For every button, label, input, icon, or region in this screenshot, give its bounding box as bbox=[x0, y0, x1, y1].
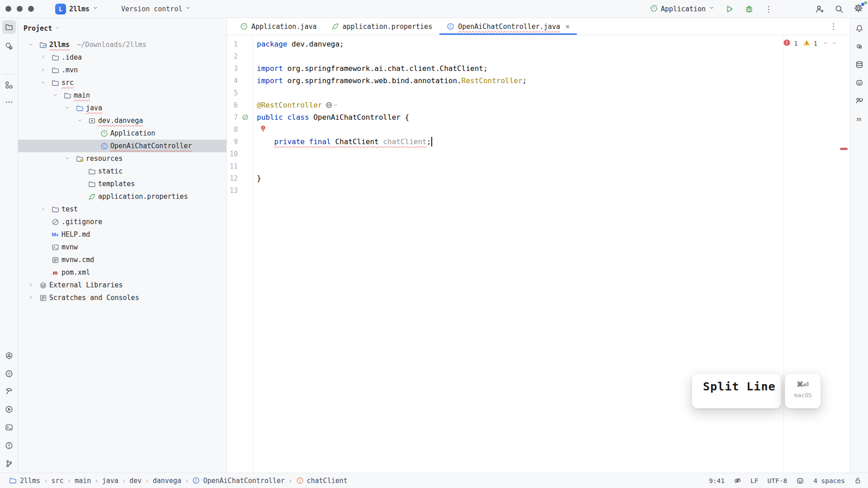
tree-item-dev-danvega[interactable]: dev.danvega bbox=[18, 114, 226, 127]
debug-button[interactable] bbox=[744, 4, 754, 14]
chat-icon[interactable] bbox=[853, 94, 866, 108]
maven-icon[interactable]: m bbox=[853, 112, 866, 126]
indent-style[interactable]: 4 spaces bbox=[813, 477, 845, 484]
chevron-down-icon[interactable] bbox=[25, 42, 37, 47]
breadcrumb-src[interactable]: src bbox=[52, 477, 64, 485]
tree-item-src[interactable]: src bbox=[18, 76, 226, 89]
url-mapping-inlay[interactable] bbox=[325, 101, 339, 109]
project-widget[interactable]: L 2llms bbox=[55, 0, 99, 18]
chevron-right-icon[interactable] bbox=[38, 55, 49, 60]
chevron-down-icon[interactable] bbox=[62, 105, 74, 111]
dots-circle-icon[interactable] bbox=[2, 367, 16, 380]
chevron-down-icon[interactable] bbox=[50, 93, 61, 98]
tab-application-java[interactable]: Application.java bbox=[233, 18, 324, 35]
chevron-down-icon[interactable] bbox=[62, 156, 74, 161]
chevron-right-icon[interactable] bbox=[38, 67, 49, 73]
tree-item-application-properties[interactable]: application.properties bbox=[18, 190, 226, 203]
chevron-right-icon[interactable] bbox=[38, 206, 49, 212]
tree-item-mvnw[interactable]: mvnw bbox=[18, 241, 226, 253]
more-icon[interactable] bbox=[2, 95, 16, 109]
chevron-right-icon[interactable] bbox=[25, 295, 37, 300]
chevron-right-icon[interactable] bbox=[25, 282, 37, 288]
terminal-window-icon[interactable] bbox=[2, 421, 16, 434]
breadcrumb-dev[interactable]: dev bbox=[129, 477, 142, 485]
breadcrumb-main[interactable]: main bbox=[75, 477, 91, 485]
field-icon: f bbox=[296, 477, 304, 484]
code-token: package bbox=[257, 40, 292, 48]
spring-bean-gutter-icon[interactable] bbox=[238, 114, 252, 121]
tree-item-openaichatcontroller[interactable]: COpenAiChatController bbox=[18, 140, 226, 152]
code-token: org.springframework.web.bind.annotation. bbox=[287, 76, 461, 85]
tree-item-application[interactable]: Application bbox=[18, 127, 226, 140]
breadcrumb-chatclient[interactable]: fchatClient bbox=[296, 477, 348, 485]
breadcrumb-danvega[interactable]: danvega bbox=[153, 477, 181, 485]
ai-assistant-icon[interactable] bbox=[853, 40, 866, 53]
bot-icon[interactable] bbox=[853, 76, 866, 89]
more-actions-button[interactable]: ⋮ bbox=[764, 4, 774, 14]
breadcrumb-label: dev bbox=[129, 477, 142, 485]
caret-position[interactable]: 9:41 bbox=[709, 477, 725, 484]
window-zoom-button[interactable] bbox=[28, 6, 34, 12]
tree-item-help-md[interactable]: MHELP.md bbox=[18, 228, 226, 241]
tree-item-scratches-and-consoles[interactable]: Scratches and Consoles bbox=[18, 291, 226, 304]
tree-item-pom-xml[interactable]: mpom.xml bbox=[18, 266, 226, 279]
code-area[interactable]: 1package dev.danvega;23import org.spring… bbox=[227, 38, 850, 197]
project-name: 2llms bbox=[69, 5, 90, 13]
chevron-down-icon[interactable] bbox=[38, 80, 49, 85]
chevron-down-icon[interactable] bbox=[74, 118, 86, 123]
add-user-icon[interactable] bbox=[815, 4, 825, 14]
file-writable-icon[interactable] bbox=[854, 477, 862, 484]
tree-item-2llms[interactable]: 2llms~/Downloads/2llms bbox=[18, 38, 226, 51]
tree-item-static[interactable]: static bbox=[18, 165, 226, 178]
tree-item--mvn[interactable]: .mvn bbox=[18, 64, 226, 76]
problems-icon[interactable] bbox=[2, 439, 16, 452]
breadcrumb-openaichatcontroller[interactable]: COpenAiChatController bbox=[192, 477, 285, 485]
version-control-widget[interactable]: Version control bbox=[121, 0, 192, 18]
build-icon[interactable] bbox=[2, 385, 16, 398]
tree-item-mvnw-cmd[interactable]: mvnw.cmd bbox=[18, 253, 226, 266]
file-encoding[interactable]: UTF-8 bbox=[768, 477, 788, 484]
error-intention-bulb-icon[interactable] bbox=[259, 125, 267, 134]
run-button[interactable] bbox=[725, 4, 735, 14]
services-icon[interactable] bbox=[2, 349, 16, 362]
tab-application-properties[interactable]: application.properties bbox=[324, 18, 440, 35]
tab-openaichatcontroller-java[interactable]: COpenAiChatController.java× bbox=[439, 18, 577, 35]
commit-icon[interactable]: ? bbox=[2, 39, 16, 53]
git-icon[interactable] bbox=[2, 457, 16, 470]
next-problem-icon[interactable] bbox=[832, 41, 837, 46]
tree-item-test[interactable]: test bbox=[18, 203, 226, 216]
run-window-icon[interactable] bbox=[2, 403, 16, 416]
editor-area[interactable]: Application.javaapplication.propertiesCO… bbox=[227, 18, 850, 473]
tree-item-resources[interactable]: resources bbox=[18, 152, 226, 165]
run-configuration-widget[interactable]: Application bbox=[650, 5, 715, 14]
close-icon[interactable]: × bbox=[566, 23, 570, 31]
breadcrumb-java[interactable]: java bbox=[102, 477, 118, 485]
tree-item--idea[interactable]: .idea bbox=[18, 51, 226, 64]
window-close-button[interactable] bbox=[5, 6, 11, 12]
previous-problem-icon[interactable] bbox=[823, 41, 829, 46]
bot-icon[interactable] bbox=[796, 477, 804, 485]
tree-item-templates[interactable]: templates bbox=[18, 178, 226, 190]
notifications-icon[interactable] bbox=[853, 22, 866, 35]
highlighting-level-icon[interactable] bbox=[734, 477, 741, 484]
project-folder-icon[interactable] bbox=[2, 20, 16, 34]
search-icon[interactable] bbox=[834, 4, 844, 14]
line-separator[interactable]: LF bbox=[750, 477, 758, 484]
error-stripe-mark[interactable] bbox=[840, 148, 848, 150]
breadcrumb-2llms[interactable]: 2llms bbox=[9, 477, 40, 485]
database-icon[interactable] bbox=[853, 58, 866, 71]
structure-icon[interactable] bbox=[2, 78, 16, 92]
editor-options-kebab-icon[interactable]: ⋮ bbox=[830, 22, 837, 31]
tree-item-external-libraries[interactable]: External Libraries bbox=[18, 279, 226, 291]
tree-item-main[interactable]: main bbox=[18, 89, 226, 102]
line-number: 8 bbox=[227, 126, 238, 134]
inspections-widget[interactable]: 1 1 bbox=[783, 39, 837, 48]
strip-divider bbox=[4, 74, 14, 75]
tree-item-java[interactable]: java bbox=[18, 102, 226, 114]
breadcrumb-label: 2llms bbox=[20, 477, 40, 485]
window-minimize-button[interactable] bbox=[17, 6, 23, 12]
project-panel-header[interactable]: Project bbox=[24, 23, 60, 34]
settings-gear-icon[interactable] bbox=[854, 4, 863, 14]
maven-file-icon: m bbox=[49, 269, 61, 277]
tree-item--gitignore[interactable]: .gitignore bbox=[18, 216, 226, 228]
